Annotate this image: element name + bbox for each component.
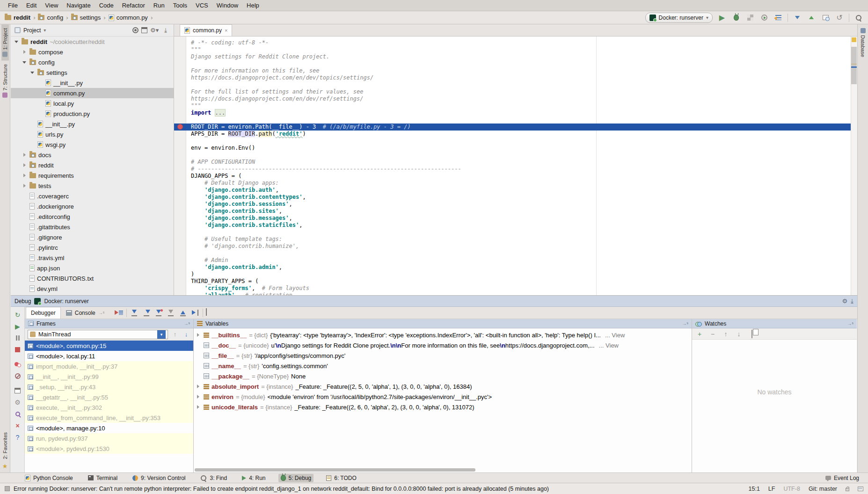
add-watch-button[interactable]: + xyxy=(696,330,703,338)
tree-item-tests[interactable]: tests xyxy=(11,181,174,191)
code-line[interactable] xyxy=(174,152,851,159)
mute-breakpoints-button[interactable] xyxy=(13,370,23,382)
chevron-down-icon[interactable]: ▾ xyxy=(157,330,166,339)
undo-button[interactable]: ↺ xyxy=(835,13,844,22)
panel-settings-button[interactable]: ⚙ xyxy=(842,298,848,305)
debug-button[interactable] xyxy=(731,13,741,22)
caret-position[interactable]: 15:1 xyxy=(749,486,760,492)
tree-toggle-icon[interactable] xyxy=(22,162,27,168)
menu-item-run[interactable]: Run xyxy=(149,2,169,9)
code-line[interactable]: # APP CONFIGURATION xyxy=(174,159,851,166)
show-execution-point-button[interactable] xyxy=(114,309,124,317)
tree-toggle-icon[interactable] xyxy=(29,70,35,75)
tree-item-local-py[interactable]: local.py xyxy=(11,98,174,109)
tree-item--init-py[interactable]: __init__.py xyxy=(11,78,174,88)
code-line[interactable]: 'crispy_forms', # Form layouts xyxy=(174,285,851,292)
menu-item-view[interactable]: View xyxy=(41,2,62,9)
frame-row[interactable]: import_module, __init__.py:37 xyxy=(25,361,193,371)
breadcrumb-item[interactable]: config xyxy=(38,14,63,21)
code-line[interactable]: THIRD_PARTY_APPS = ( xyxy=(174,278,851,285)
editor-tab-common-py[interactable]: common.py × xyxy=(180,24,232,36)
variable-row[interactable]: __package__ = {NoneType} None xyxy=(194,371,692,381)
run-to-cursor-button[interactable] xyxy=(190,309,200,317)
menu-item-window[interactable]: Window xyxy=(212,2,242,9)
code-line[interactable] xyxy=(174,81,851,88)
menu-item-code[interactable]: Code xyxy=(95,2,118,9)
breadcrumb-item[interactable]: reddit xyxy=(5,14,30,21)
locate-file-button[interactable] xyxy=(132,27,139,33)
variable-row[interactable]: unicode_literals = {instance} _Feature: … xyxy=(194,402,692,412)
step-out-button[interactable] xyxy=(178,309,188,317)
tree-item-wsgi-py[interactable]: wsgi.py xyxy=(11,139,174,150)
code-line[interactable] xyxy=(174,60,851,67)
tree-toggle-icon[interactable] xyxy=(14,39,19,44)
menu-item-vcs[interactable]: VCS xyxy=(191,2,212,9)
attach-probe-button[interactable] xyxy=(13,408,23,420)
panel-settings-button[interactable]: ⚙▾ xyxy=(150,27,159,34)
resume-button[interactable]: ▶ xyxy=(13,320,23,332)
code-line[interactable]: # Default Django apps: xyxy=(174,180,851,187)
code-line[interactable]: # 'django.contrib.humanize', xyxy=(174,243,851,250)
view-breakpoints-button[interactable] xyxy=(13,358,23,370)
tree-item-reddit[interactable]: reddit xyxy=(11,160,174,170)
variable-row[interactable]: __name__ = {str} 'config.settings.common… xyxy=(194,361,692,371)
profiler-button[interactable] xyxy=(759,13,769,22)
evaluate-expression-button[interactable] xyxy=(206,309,215,317)
error-stripe-mark[interactable] xyxy=(852,37,856,42)
vcs-update-button[interactable] xyxy=(793,13,802,22)
code-line[interactable]: APPS_DIR = ROOT_DIR.path('reddit') xyxy=(174,131,851,138)
code-line[interactable] xyxy=(174,116,851,124)
hide-panel-button[interactable]: ⤓ xyxy=(161,27,170,34)
code-line[interactable]: Django settings for Reddit Clone project… xyxy=(174,53,851,60)
status-icon[interactable] xyxy=(5,486,10,491)
vcs-commit-button[interactable] xyxy=(807,13,816,22)
menu-item-navigate[interactable]: Navigate xyxy=(62,2,95,9)
tree-item-dev-yml[interactable]: dev.yml xyxy=(11,283,174,294)
tree-item--init-py[interactable]: __init__.py xyxy=(11,119,174,129)
step-over-button[interactable] xyxy=(130,309,139,317)
code-line[interactable]: 'django.contrib.sessions', xyxy=(174,201,851,208)
remove-watch-button[interactable]: − xyxy=(709,330,716,338)
breakpoint-icon[interactable] xyxy=(177,124,183,130)
code-line[interactable]: For more information on this file, see xyxy=(174,67,851,74)
frame-row[interactable]: __getattr__, __init__.py:55 xyxy=(25,392,193,402)
frame-row[interactable]: run, pydevd.py:937 xyxy=(25,433,193,443)
toolwindow-button-debug[interactable]: 5: Debug xyxy=(278,474,314,482)
hide-panel-button[interactable]: ⤓ xyxy=(851,298,853,305)
toolwindow-button-python[interactable]: Python Console xyxy=(22,474,75,482)
close-button[interactable]: × xyxy=(13,420,23,431)
breadcrumb-item[interactable]: settings xyxy=(71,14,101,21)
debugger-settings-button[interactable]: ⚙ xyxy=(13,396,23,408)
run-button[interactable]: ▶ xyxy=(717,13,727,22)
tree-item-urls-py[interactable]: urls.py xyxy=(11,129,174,139)
collapse-all-button[interactable] xyxy=(141,27,147,33)
code-line[interactable]: import ... xyxy=(174,109,851,116)
step-into-button[interactable] xyxy=(142,309,151,317)
tree-item-contributors-txt[interactable]: CONTRIBUTORS.txt xyxy=(11,273,174,283)
screen-reader-icon[interactable] xyxy=(858,487,863,491)
toolwindow-button-event-log[interactable]: Event Log xyxy=(823,474,861,482)
tree-item-settings[interactable]: settings xyxy=(11,67,174,78)
restore-layout-button[interactable] xyxy=(13,385,23,396)
local-history-button[interactable] xyxy=(821,13,830,22)
code-line[interactable]: For the full list of settings and their … xyxy=(174,88,851,95)
frame-row[interactable]: execute, __init__.py:302 xyxy=(25,402,193,413)
file-encoding[interactable]: UTF-8 xyxy=(783,486,800,492)
menu-item-edit[interactable]: Edit xyxy=(22,2,41,9)
move-watch-down-button[interactable]: ↓ xyxy=(735,330,743,338)
code-line[interactable] xyxy=(174,229,851,236)
menu-item-refactor[interactable]: Refactor xyxy=(118,2,149,9)
sidebar-tab-structure[interactable]: 7: Structure xyxy=(1,60,9,102)
tree-item--gitignore[interactable]: .gitignore xyxy=(11,232,174,242)
view-link[interactable]: ... View xyxy=(605,332,625,339)
stop-button[interactable] xyxy=(13,344,23,356)
help-button[interactable]: ? xyxy=(13,431,23,443)
tree-item--editorconfig[interactable]: .editorconfig xyxy=(11,211,174,222)
tree-toggle-icon[interactable] xyxy=(22,49,27,55)
search-everywhere-button[interactable] xyxy=(854,13,863,22)
tree-toggle-icon[interactable] xyxy=(22,59,27,65)
resume-listeners-button[interactable] xyxy=(773,13,783,22)
code-line[interactable]: 'allauth', # registration xyxy=(174,292,851,295)
line-endings[interactable]: LF xyxy=(768,486,775,492)
frame-row[interactable]: __init__, __init__.py:99 xyxy=(25,371,193,382)
